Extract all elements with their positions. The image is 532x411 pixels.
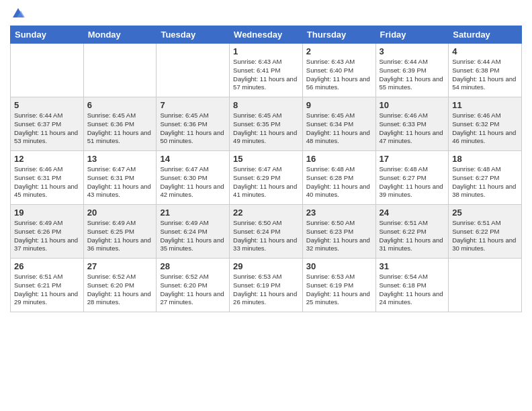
calendar-cell: 5Sunrise: 6:44 AM Sunset: 6:37 PM Daylig…: [11, 97, 84, 151]
calendar-cell: 13Sunrise: 6:47 AM Sunset: 6:31 PM Dayli…: [83, 151, 157, 205]
day-number: 13: [87, 154, 153, 164]
col-header-sunday: Sunday: [11, 26, 84, 44]
calendar-cell: 12Sunrise: 6:46 AM Sunset: 6:31 PM Dayli…: [11, 151, 84, 205]
header: [10, 7, 522, 20]
day-info: Sunrise: 6:53 AM Sunset: 6:19 PM Dayligh…: [233, 273, 299, 307]
week-row-2: 12Sunrise: 6:46 AM Sunset: 6:31 PM Dayli…: [11, 151, 522, 205]
day-number: 11: [452, 100, 518, 110]
day-number: 29: [233, 261, 299, 271]
calendar-cell: [157, 44, 230, 97]
day-info: Sunrise: 6:51 AM Sunset: 6:22 PM Dayligh…: [380, 219, 445, 253]
calendar-cell: 7Sunrise: 6:45 AM Sunset: 6:36 PM Daylig…: [157, 97, 230, 151]
day-number: 20: [87, 208, 153, 218]
day-number: 30: [306, 261, 372, 271]
calendar-cell: 28Sunrise: 6:52 AM Sunset: 6:20 PM Dayli…: [157, 259, 230, 312]
col-header-monday: Monday: [83, 26, 157, 44]
day-info: Sunrise: 6:51 AM Sunset: 6:22 PM Dayligh…: [452, 219, 518, 253]
calendar-cell: 3Sunrise: 6:44 AM Sunset: 6:39 PM Daylig…: [375, 44, 449, 97]
day-info: Sunrise: 6:47 AM Sunset: 6:30 PM Dayligh…: [160, 165, 226, 199]
day-number: 12: [14, 154, 80, 164]
day-number: 1: [233, 46, 299, 56]
calendar-cell: 16Sunrise: 6:48 AM Sunset: 6:28 PM Dayli…: [302, 151, 375, 205]
logo: [10, 7, 25, 20]
day-number: 6: [87, 100, 153, 110]
day-number: 24: [380, 208, 445, 218]
day-info: Sunrise: 6:54 AM Sunset: 6:18 PM Dayligh…: [380, 273, 445, 307]
logo-icon: [11, 7, 25, 20]
day-info: Sunrise: 6:53 AM Sunset: 6:19 PM Dayligh…: [306, 273, 372, 307]
week-row-0: 1Sunrise: 6:43 AM Sunset: 6:41 PM Daylig…: [11, 44, 522, 97]
calendar-cell: 29Sunrise: 6:53 AM Sunset: 6:19 PM Dayli…: [230, 259, 303, 312]
calendar-cell: 23Sunrise: 6:50 AM Sunset: 6:23 PM Dayli…: [302, 205, 375, 259]
day-number: 2: [306, 46, 372, 56]
day-info: Sunrise: 6:44 AM Sunset: 6:37 PM Dayligh…: [14, 111, 80, 146]
col-header-tuesday: Tuesday: [157, 26, 230, 44]
day-number: 5: [14, 100, 80, 110]
col-header-thursday: Thursday: [302, 26, 375, 44]
calendar-cell: 4Sunrise: 6:44 AM Sunset: 6:38 PM Daylig…: [449, 44, 522, 97]
calendar-cell: [11, 44, 84, 97]
week-row-1: 5Sunrise: 6:44 AM Sunset: 6:37 PM Daylig…: [11, 97, 522, 151]
day-info: Sunrise: 6:48 AM Sunset: 6:27 PM Dayligh…: [452, 165, 518, 199]
day-number: 16: [306, 154, 372, 164]
calendar-cell: 10Sunrise: 6:46 AM Sunset: 6:33 PM Dayli…: [375, 97, 449, 151]
day-number: 17: [380, 154, 445, 164]
day-info: Sunrise: 6:43 AM Sunset: 6:41 PM Dayligh…: [233, 58, 299, 92]
calendar-cell: 31Sunrise: 6:54 AM Sunset: 6:18 PM Dayli…: [375, 259, 449, 312]
day-info: Sunrise: 6:52 AM Sunset: 6:20 PM Dayligh…: [87, 273, 153, 307]
day-info: Sunrise: 6:44 AM Sunset: 6:39 PM Dayligh…: [380, 58, 445, 92]
calendar-cell: 26Sunrise: 6:51 AM Sunset: 6:21 PM Dayli…: [11, 259, 84, 312]
day-info: Sunrise: 6:46 AM Sunset: 6:32 PM Dayligh…: [452, 111, 518, 146]
calendar-cell: 15Sunrise: 6:47 AM Sunset: 6:29 PM Dayli…: [230, 151, 303, 205]
day-info: Sunrise: 6:43 AM Sunset: 6:40 PM Dayligh…: [306, 58, 372, 92]
day-info: Sunrise: 6:46 AM Sunset: 6:33 PM Dayligh…: [380, 111, 445, 146]
calendar-cell: 22Sunrise: 6:50 AM Sunset: 6:24 PM Dayli…: [230, 205, 303, 259]
calendar-cell: 21Sunrise: 6:49 AM Sunset: 6:24 PM Dayli…: [157, 205, 230, 259]
header-row: SundayMondayTuesdayWednesdayThursdayFrid…: [11, 26, 522, 44]
calendar-cell: 8Sunrise: 6:45 AM Sunset: 6:35 PM Daylig…: [230, 97, 303, 151]
day-info: Sunrise: 6:49 AM Sunset: 6:26 PM Dayligh…: [14, 219, 80, 253]
week-row-3: 19Sunrise: 6:49 AM Sunset: 6:26 PM Dayli…: [11, 205, 522, 259]
day-info: Sunrise: 6:49 AM Sunset: 6:24 PM Dayligh…: [160, 219, 226, 253]
day-info: Sunrise: 6:45 AM Sunset: 6:36 PM Dayligh…: [87, 111, 153, 146]
day-number: 15: [233, 154, 299, 164]
day-info: Sunrise: 6:50 AM Sunset: 6:24 PM Dayligh…: [233, 219, 299, 253]
day-number: 28: [160, 261, 226, 271]
calendar-cell: 18Sunrise: 6:48 AM Sunset: 6:27 PM Dayli…: [449, 151, 522, 205]
day-info: Sunrise: 6:48 AM Sunset: 6:28 PM Dayligh…: [306, 165, 372, 199]
calendar-cell: 24Sunrise: 6:51 AM Sunset: 6:22 PM Dayli…: [375, 205, 449, 259]
day-number: 25: [452, 208, 518, 218]
calendar-cell: 6Sunrise: 6:45 AM Sunset: 6:36 PM Daylig…: [83, 97, 157, 151]
week-row-4: 26Sunrise: 6:51 AM Sunset: 6:21 PM Dayli…: [11, 259, 522, 312]
day-info: Sunrise: 6:44 AM Sunset: 6:38 PM Dayligh…: [452, 58, 518, 92]
col-header-saturday: Saturday: [449, 26, 522, 44]
day-info: Sunrise: 6:47 AM Sunset: 6:31 PM Dayligh…: [87, 165, 153, 199]
day-info: Sunrise: 6:45 AM Sunset: 6:34 PM Dayligh…: [306, 111, 372, 146]
day-number: 18: [452, 154, 518, 164]
day-info: Sunrise: 6:45 AM Sunset: 6:35 PM Dayligh…: [233, 111, 299, 146]
day-number: 23: [306, 208, 372, 218]
calendar-cell: 11Sunrise: 6:46 AM Sunset: 6:32 PM Dayli…: [449, 97, 522, 151]
day-number: 9: [306, 100, 372, 110]
day-number: 8: [233, 100, 299, 110]
day-number: 26: [14, 261, 80, 271]
calendar-table: SundayMondayTuesdayWednesdayThursdayFrid…: [10, 26, 522, 312]
day-info: Sunrise: 6:48 AM Sunset: 6:27 PM Dayligh…: [380, 165, 445, 199]
day-info: Sunrise: 6:52 AM Sunset: 6:20 PM Dayligh…: [160, 273, 226, 307]
day-number: 19: [14, 208, 80, 218]
day-info: Sunrise: 6:45 AM Sunset: 6:36 PM Dayligh…: [160, 111, 226, 146]
calendar-cell: 14Sunrise: 6:47 AM Sunset: 6:30 PM Dayli…: [157, 151, 230, 205]
day-number: 7: [160, 100, 226, 110]
calendar-cell: 1Sunrise: 6:43 AM Sunset: 6:41 PM Daylig…: [230, 44, 303, 97]
day-number: 10: [380, 100, 445, 110]
calendar-cell: [83, 44, 157, 97]
day-number: 22: [233, 208, 299, 218]
day-number: 21: [160, 208, 226, 218]
calendar-cell: 9Sunrise: 6:45 AM Sunset: 6:34 PM Daylig…: [302, 97, 375, 151]
calendar-cell: 30Sunrise: 6:53 AM Sunset: 6:19 PM Dayli…: [302, 259, 375, 312]
day-info: Sunrise: 6:46 AM Sunset: 6:31 PM Dayligh…: [14, 165, 80, 199]
day-info: Sunrise: 6:50 AM Sunset: 6:23 PM Dayligh…: [306, 219, 372, 253]
calendar-cell: 19Sunrise: 6:49 AM Sunset: 6:26 PM Dayli…: [11, 205, 84, 259]
day-number: 3: [380, 46, 445, 56]
calendar-cell: 2Sunrise: 6:43 AM Sunset: 6:40 PM Daylig…: [302, 44, 375, 97]
